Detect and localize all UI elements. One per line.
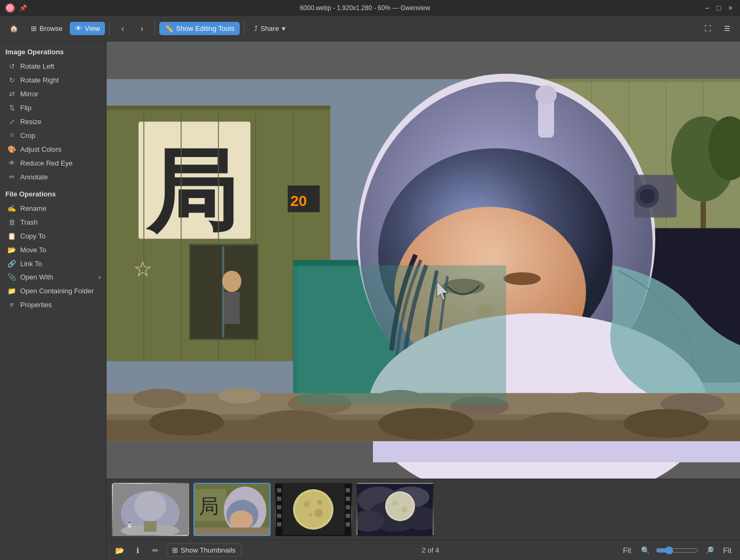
svg-rect-84 xyxy=(277,505,281,509)
view-button[interactable]: 👁 View xyxy=(70,22,105,35)
titlebar-title: 6000.webp - 1.920x1.280 - 60% — Gwenview xyxy=(27,4,703,12)
svg-rect-82 xyxy=(277,488,281,492)
svg-rect-89 xyxy=(346,505,350,509)
share-button[interactable]: ⤴ Share ▾ xyxy=(249,22,291,35)
svg-rect-87 xyxy=(346,488,350,492)
home-icon: 🏠 xyxy=(10,24,18,32)
maximize-button[interactable]: □ xyxy=(714,4,723,12)
svg-point-94 xyxy=(304,501,310,507)
fit-button[interactable]: Fit xyxy=(620,543,635,558)
zoom-out-button[interactable]: 🔍 xyxy=(638,543,653,558)
toolbar: 🏠 ⊞ Browse 👁 View ‹ › ✏️ Show Editing To… xyxy=(0,16,740,42)
svg-point-43 xyxy=(640,189,655,204)
svg-text:⛄: ⛄ xyxy=(126,521,133,528)
main-image: 局 ☆ 20 xyxy=(107,42,740,479)
open-containing-folder-item[interactable]: 📁 Open Containing Folder xyxy=(0,284,106,298)
svg-rect-85 xyxy=(277,514,281,518)
statusbar-right: Fit 🔍 🔎 Fit xyxy=(620,543,735,558)
svg-point-60 xyxy=(623,409,709,438)
svg-point-59 xyxy=(519,413,599,440)
folder-open-icon: 📂 xyxy=(115,546,124,555)
svg-text:20: 20 xyxy=(290,193,307,209)
toolbar-separator-2 xyxy=(154,21,155,36)
thumbnail-4[interactable] xyxy=(356,483,434,536)
app-icon xyxy=(5,3,15,13)
minimize-button[interactable]: − xyxy=(703,4,711,12)
fullscreen-button[interactable]: ⛶ xyxy=(699,22,717,35)
properties-icon: ≡ xyxy=(7,300,16,309)
svg-point-69 xyxy=(134,491,166,521)
resize-item[interactable]: ⤢ Resize xyxy=(0,114,106,128)
view-icon: 👁 xyxy=(75,24,82,32)
svg-point-57 xyxy=(250,410,336,440)
svg-rect-14 xyxy=(191,246,223,339)
svg-rect-63 xyxy=(701,202,706,228)
crop-item[interactable]: ⌗ Crop xyxy=(0,128,106,142)
svg-text:局: 局 xyxy=(145,143,237,243)
toolbar-separator xyxy=(109,21,110,36)
image-viewer[interactable]: 局 ☆ 20 xyxy=(107,42,740,479)
main-layout: Image Operations ↺ Rotate Left ↻ Rotate … xyxy=(0,42,740,560)
rotate-left-icon: ↺ xyxy=(7,62,16,70)
thumbnail-2-image: 局 xyxy=(194,484,270,535)
menu-button[interactable]: ☰ xyxy=(719,22,736,35)
link-to-item[interactable]: 🔗 Link To xyxy=(0,257,106,270)
adjust-colors-item[interactable]: 🎨 Adjust Colors xyxy=(0,142,106,156)
rotate-right-item[interactable]: ↻ Rotate Right xyxy=(0,73,106,87)
zoom-slider[interactable] xyxy=(656,546,698,555)
pin-icon: 📌 xyxy=(19,4,27,12)
browse-icon: ⊞ xyxy=(31,24,37,32)
flip-item[interactable]: ⇅ Flip xyxy=(0,101,106,114)
edit-button[interactable]: ✏ xyxy=(148,543,163,558)
properties-item[interactable]: ≡ Properties xyxy=(0,298,106,311)
thumbnail-strip: ⛄ 局 xyxy=(107,479,740,540)
reduce-red-eye-item[interactable]: 👁 Reduce Red Eye xyxy=(0,156,106,170)
svg-point-58 xyxy=(378,408,474,440)
mirror-item[interactable]: ⇄ Mirror xyxy=(0,87,106,101)
folder-open-button[interactable]: 📂 xyxy=(112,543,127,558)
rename-item[interactable]: ✍ Rename xyxy=(0,201,106,215)
titlebar: 📌 6000.webp - 1.920x1.280 - 60% — Gwenvi… xyxy=(0,0,740,16)
close-button[interactable]: × xyxy=(726,4,735,12)
share-chevron-icon: ▾ xyxy=(282,24,286,32)
svg-text:☆: ☆ xyxy=(133,257,152,281)
rotate-right-icon: ↻ xyxy=(7,76,16,84)
svg-point-40 xyxy=(535,86,557,105)
svg-text:局: 局 xyxy=(199,495,219,517)
move-icon: 📂 xyxy=(7,245,16,254)
thumbnail-2-active[interactable]: 局 xyxy=(193,483,271,536)
svg-rect-86 xyxy=(277,522,281,526)
home-button[interactable]: 🏠 xyxy=(4,22,23,35)
svg-point-48 xyxy=(218,388,261,404)
svg-point-97 xyxy=(317,500,322,505)
copy-to-item[interactable]: 📋 Copy To xyxy=(0,229,106,243)
resize-icon: ⤢ xyxy=(7,117,16,126)
annotate-item[interactable]: ✏ Annotate xyxy=(0,170,106,184)
zoom-in-icon: 🔎 xyxy=(705,546,714,555)
zoom-out-icon: 🔍 xyxy=(641,546,650,555)
thumbnail-3[interactable] xyxy=(275,483,352,536)
edit-icon: ✏️ xyxy=(165,24,173,32)
thumbnail-1[interactable]: ⛄ xyxy=(112,483,189,536)
svg-rect-91 xyxy=(346,522,350,526)
info-button[interactable]: ℹ xyxy=(130,543,145,558)
svg-point-106 xyxy=(392,500,397,506)
content-area: 局 ☆ 20 xyxy=(107,42,740,560)
show-thumbnails-button[interactable]: ⊞ Show Thumbnails xyxy=(166,543,241,557)
open-with-icon: 📎 xyxy=(7,273,16,281)
titlebar-left: 📌 xyxy=(5,3,27,13)
fit-width-button[interactable]: Fit xyxy=(720,543,735,558)
svg-point-105 xyxy=(387,493,413,520)
statusbar-left: 📂 ℹ ✏ ⊞ Show Thumbnails xyxy=(112,543,241,558)
show-editing-tools-button[interactable]: ✏️ Show Editing Tools xyxy=(159,22,240,35)
browse-button[interactable]: ⊞ Browse xyxy=(26,22,68,35)
svg-point-1 xyxy=(9,7,11,9)
rotate-left-item[interactable]: ↺ Rotate Left xyxy=(0,59,106,73)
next-button[interactable]: › xyxy=(133,20,150,37)
move-to-item[interactable]: 📂 Move To xyxy=(0,243,106,257)
zoom-in-button[interactable]: 🔎 xyxy=(702,543,717,558)
open-with-item[interactable]: 📎 Open With › xyxy=(0,270,106,284)
svg-rect-83 xyxy=(277,497,281,501)
prev-button[interactable]: ‹ xyxy=(114,20,131,37)
trash-item[interactable]: 🗑 Trash xyxy=(0,215,106,229)
